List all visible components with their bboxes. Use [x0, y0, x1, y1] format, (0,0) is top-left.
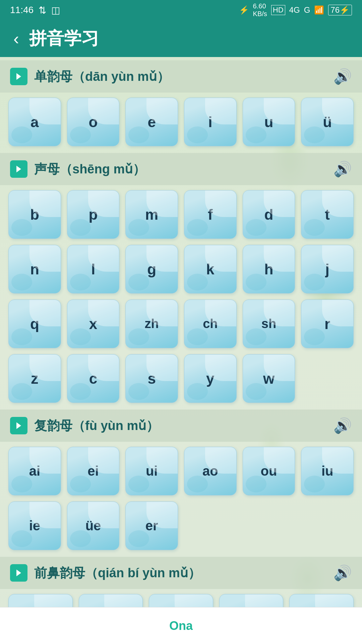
char-btn-t[interactable]: t	[301, 190, 354, 239]
char-btn-ou[interactable]: ou	[243, 447, 295, 495]
hd-icon: HD	[271, 5, 285, 15]
section-sound-4[interactable]: 🔊	[334, 564, 352, 582]
char-btn-x[interactable]: x	[67, 300, 120, 348]
section-sound-3[interactable]: 🔊	[334, 417, 352, 434]
char-btn-h[interactable]: h	[243, 245, 295, 293]
char-btn-g[interactable]: g	[125, 245, 178, 293]
section-sound-2[interactable]: 🔊	[334, 160, 352, 178]
section-qian-bi-yun-mu-header: 前鼻韵母（qián bí yùn mǔ） 🔊	[0, 557, 362, 589]
bottom-label: Ona	[169, 619, 193, 633]
section-title-4: 前鼻韵母（qián bí yùn mǔ）	[34, 565, 201, 582]
char-btn-ao[interactable]: ao	[184, 447, 237, 495]
char-btn-j[interactable]: j	[301, 245, 354, 293]
fu-yun-mu-grid: ai ei ui ao ou iu ie üe er	[0, 447, 362, 557]
char-btn-d[interactable]: d	[243, 190, 295, 239]
data-speed: 6.60KB/s	[253, 2, 267, 18]
section-sound-1[interactable]: 🔊	[334, 68, 352, 85]
char-btn-uml-ue[interactable]: üe	[67, 501, 120, 550]
status-time: 11:46	[10, 5, 34, 15]
char-btn-n[interactable]: n	[8, 245, 61, 293]
section-title-3: 复韵母（fù yùn mǔ）	[34, 417, 159, 434]
char-btn-ai[interactable]: ai	[8, 447, 61, 495]
char-btn-r[interactable]: r	[301, 300, 354, 348]
status-right: ⚡ 6.60KB/s HD 4G G 📶 76⚡	[239, 2, 352, 18]
wifi-icon: 📶	[314, 5, 324, 15]
signal-4g-icon: 4G	[289, 5, 300, 15]
char-btn-ch[interactable]: ch	[184, 300, 237, 348]
header: ‹ 拼音学习	[0, 20, 362, 57]
char-btn-p[interactable]: p	[67, 190, 120, 239]
char-btn-i[interactable]: i	[184, 98, 237, 146]
char-btn-o[interactable]: o	[67, 98, 120, 146]
main-content: 单韵母（dān yùn mǔ） 🔊 a o e i u ü 声母（shēng m…	[0, 57, 362, 644]
char-btn-a[interactable]: a	[8, 98, 61, 146]
page-title: 拼音学习	[29, 27, 99, 50]
char-btn-uml-u[interactable]: ü	[301, 98, 354, 146]
char-btn-zh[interactable]: zh	[125, 300, 178, 348]
battery-icon: 76⚡	[328, 5, 352, 15]
char-btn-e[interactable]: e	[125, 98, 178, 146]
bluetooth-icon: ⚡	[239, 5, 249, 15]
section-title-1: 单韵母（dān yùn mǔ）	[34, 68, 170, 85]
section-flag-2	[10, 160, 27, 178]
char-btn-sh[interactable]: sh	[243, 300, 295, 348]
char-btn-m[interactable]: m	[125, 190, 178, 239]
status-bar: 11:46 ⇅ ◫ ⚡ 6.60KB/s HD 4G G 📶 76⚡	[0, 0, 362, 20]
dan-yun-mu-grid: a o e i u ü	[0, 98, 362, 153]
usb-icon: ⇅	[39, 5, 46, 16]
char-btn-q[interactable]: q	[8, 300, 61, 348]
char-btn-f[interactable]: f	[184, 190, 237, 239]
section-flag-3	[10, 417, 27, 434]
bottom-nav: Ona	[0, 607, 362, 644]
section-flag-4	[10, 564, 27, 582]
section-sheng-mu-header: 声母（shēng mǔ） 🔊	[0, 153, 362, 185]
char-btn-er[interactable]: er	[125, 501, 178, 550]
char-btn-u[interactable]: u	[243, 98, 295, 146]
section-fu-yun-mu-header: 复韵母（fù yùn mǔ） 🔊	[0, 410, 362, 442]
char-btn-c[interactable]: c	[67, 354, 120, 403]
sheng-mu-grid: b p m f d t n l g k h j q x zh ch sh r z…	[0, 190, 362, 410]
section-dan-yun-mu-header: 单韵母（dān yùn mǔ） 🔊	[0, 60, 362, 93]
status-left: 11:46 ⇅ ◫	[10, 5, 60, 16]
section-flag-1	[10, 68, 27, 85]
char-btn-l[interactable]: l	[67, 245, 120, 293]
char-btn-ei[interactable]: ei	[67, 447, 120, 495]
section-title-2: 声母（shēng mǔ）	[34, 161, 145, 178]
char-btn-z[interactable]: z	[8, 354, 61, 403]
signal-g-icon: G	[304, 5, 310, 15]
char-btn-k[interactable]: k	[184, 245, 237, 293]
back-button[interactable]: ‹	[13, 29, 19, 48]
char-btn-y[interactable]: y	[184, 354, 237, 403]
char-btn-iu[interactable]: iu	[301, 447, 354, 495]
char-btn-w[interactable]: w	[243, 354, 295, 403]
char-btn-s[interactable]: s	[125, 354, 178, 403]
screenshot-icon: ◫	[51, 5, 60, 16]
char-btn-ui[interactable]: ui	[125, 447, 178, 495]
char-btn-b[interactable]: b	[8, 190, 61, 239]
char-btn-ie[interactable]: ie	[8, 501, 61, 550]
